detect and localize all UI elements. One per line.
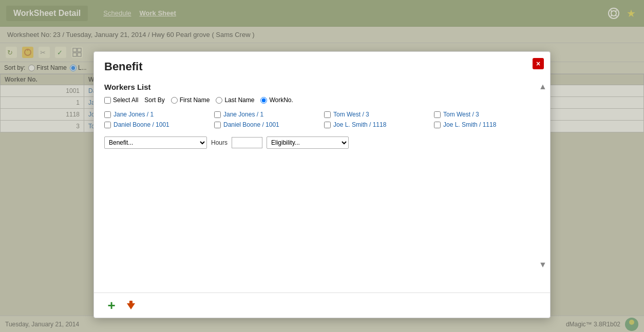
add-benefit-button[interactable]: + bbox=[104, 298, 119, 313]
worker-item-jane-1[interactable]: Jane Jones / 1 bbox=[104, 111, 210, 118]
worker-label-joe-1: Joe L. Smith / 1118 bbox=[333, 121, 386, 128]
worker-label-tomwest-2: Tom West / 3 bbox=[443, 111, 479, 118]
plus-icon: + bbox=[107, 299, 115, 312]
worker-label-daniel-1: Daniel Boone / 1001 bbox=[113, 121, 169, 128]
modal-body: ▲ Workers List Select All Sort By First … bbox=[94, 77, 550, 292]
scroll-up-icon[interactable]: ▲ bbox=[538, 82, 548, 92]
worker-checkbox-joe-2[interactable] bbox=[434, 122, 441, 128]
worker-item-jane-2[interactable]: Jane Jones / 1 bbox=[214, 111, 320, 118]
modal-footer: + bbox=[94, 292, 550, 318]
workno-option: WorkNo. bbox=[269, 96, 293, 104]
select-all-label: Select All bbox=[113, 96, 138, 104]
bottom-controls-row: Benefit... Hours Eligibility... bbox=[104, 136, 540, 149]
worker-item-daniel-1[interactable]: Daniel Boone / 1001 bbox=[104, 121, 210, 128]
modal-header: Benefit × bbox=[94, 52, 550, 77]
worker-label-jane-2: Jane Jones / 1 bbox=[223, 111, 263, 118]
worker-item-daniel-2[interactable]: Daniel Boone / 1001 bbox=[214, 121, 320, 128]
worker-label-tomwest-1: Tom West / 3 bbox=[333, 111, 369, 118]
workers-list-heading: Workers List bbox=[104, 83, 540, 91]
worker-checkbox-tomwest-1[interactable] bbox=[324, 111, 331, 118]
worker-label-daniel-2: Daniel Boone / 1001 bbox=[223, 121, 279, 128]
modal-close-button[interactable]: × bbox=[533, 58, 544, 69]
hours-input[interactable] bbox=[232, 137, 262, 148]
sort-firstname-modal[interactable]: First Name bbox=[171, 96, 210, 104]
workers-grid: Jane Jones / 1 Jane Jones / 1 Tom West /… bbox=[104, 111, 540, 128]
delete-benefit-button[interactable] bbox=[124, 298, 138, 313]
delete-icon bbox=[125, 299, 137, 311]
worker-checkbox-jane-2[interactable] bbox=[214, 111, 221, 118]
worker-item-joe-2[interactable]: Joe L. Smith / 1118 bbox=[434, 121, 540, 128]
worker-checkbox-joe-1[interactable] bbox=[324, 122, 331, 128]
benefit-select[interactable]: Benefit... bbox=[104, 136, 207, 149]
worker-item-tomwest-2[interactable]: Tom West / 3 bbox=[434, 111, 540, 118]
eligibility-select[interactable]: Eligibility... bbox=[267, 136, 349, 149]
select-all-checkbox[interactable] bbox=[104, 97, 111, 104]
worker-item-tomwest-1[interactable]: Tom West / 3 bbox=[324, 111, 430, 118]
svg-rect-23 bbox=[129, 301, 132, 304]
select-all-checkbox-label[interactable]: Select All bbox=[104, 96, 138, 104]
worker-checkbox-daniel-2[interactable] bbox=[214, 122, 221, 128]
modal-title: Benefit bbox=[104, 60, 540, 73]
worker-label-joe-2: Joe L. Smith / 1118 bbox=[443, 121, 496, 128]
worker-checkbox-tomwest-2[interactable] bbox=[434, 111, 441, 118]
benefit-modal: Benefit × ▲ Workers List Select All Sort… bbox=[93, 51, 551, 318]
modal-overlay: Benefit × ▲ Workers List Select All Sort… bbox=[0, 0, 644, 332]
sort-lastname-modal[interactable]: Last Name bbox=[216, 96, 254, 104]
worker-label-jane-1: Jane Jones / 1 bbox=[113, 111, 154, 118]
lastname-option: Last Name bbox=[224, 96, 254, 104]
sort-by-modal-label: Sort By bbox=[144, 96, 164, 104]
worker-checkbox-jane-1[interactable] bbox=[104, 111, 111, 118]
worker-checkbox-daniel-1[interactable] bbox=[104, 122, 111, 128]
firstname-option: First Name bbox=[180, 96, 210, 104]
worker-item-joe-1[interactable]: Joe L. Smith / 1118 bbox=[324, 121, 430, 128]
sort-options-row: Select All Sort By First Name Last Name … bbox=[104, 96, 540, 104]
scroll-down-icon[interactable]: ▼ bbox=[538, 260, 548, 270]
hours-label: Hours bbox=[211, 139, 228, 146]
sort-workno-modal[interactable]: WorkNo. bbox=[260, 96, 293, 104]
